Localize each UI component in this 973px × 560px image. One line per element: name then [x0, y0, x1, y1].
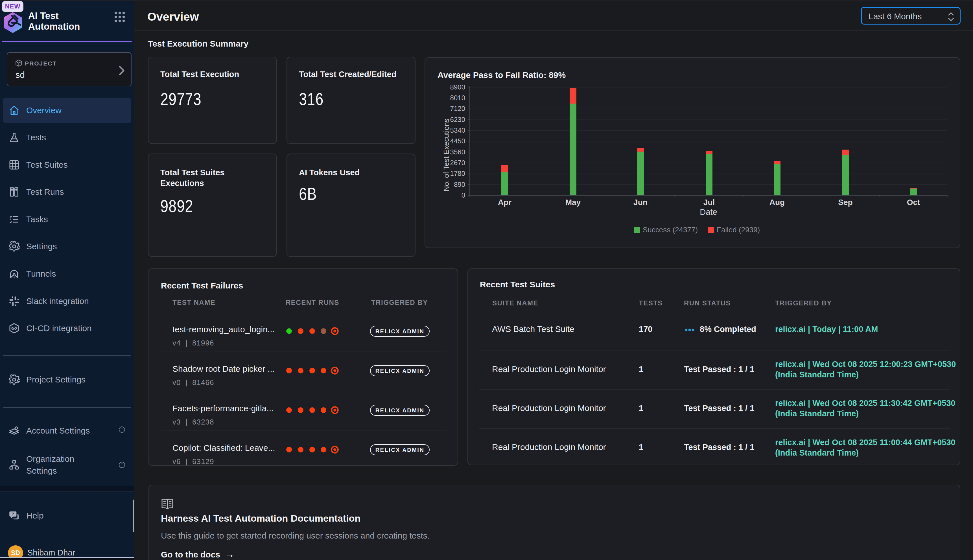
- svg-text:Apr: Apr: [498, 198, 511, 207]
- svg-text:8010: 8010: [450, 94, 465, 102]
- svg-text:Jun: Jun: [633, 198, 648, 207]
- svg-text:7120: 7120: [450, 105, 465, 112]
- svg-text:3560: 3560: [450, 148, 465, 156]
- svg-text:8900: 8900: [450, 83, 465, 91]
- svg-text:Sep: Sep: [838, 198, 853, 207]
- svg-text:Oct: Oct: [907, 198, 920, 207]
- svg-text:Date: Date: [700, 207, 717, 217]
- svg-text:0: 0: [462, 192, 465, 199]
- svg-text:5340: 5340: [450, 127, 465, 134]
- svg-text:May: May: [565, 198, 581, 207]
- svg-text:2670: 2670: [450, 159, 465, 167]
- svg-text:Success (24377): Success (24377): [643, 225, 698, 234]
- svg-text:1780: 1780: [450, 170, 465, 177]
- svg-text:Average Pass to Fail Ratio: 89: Average Pass to Fail Ratio: 89%: [438, 70, 566, 80]
- svg-text:Aug: Aug: [770, 198, 785, 207]
- svg-text:Failed (2939): Failed (2939): [717, 225, 760, 234]
- svg-text:890: 890: [454, 181, 465, 188]
- svg-text:Jul: Jul: [703, 198, 715, 207]
- svg-text:?: ?: [12, 512, 14, 516]
- svg-text:6230: 6230: [450, 116, 465, 123]
- svg-text:4450: 4450: [450, 137, 465, 145]
- svg-text:No. of Test Executions: No. of Test Executions: [442, 118, 450, 192]
